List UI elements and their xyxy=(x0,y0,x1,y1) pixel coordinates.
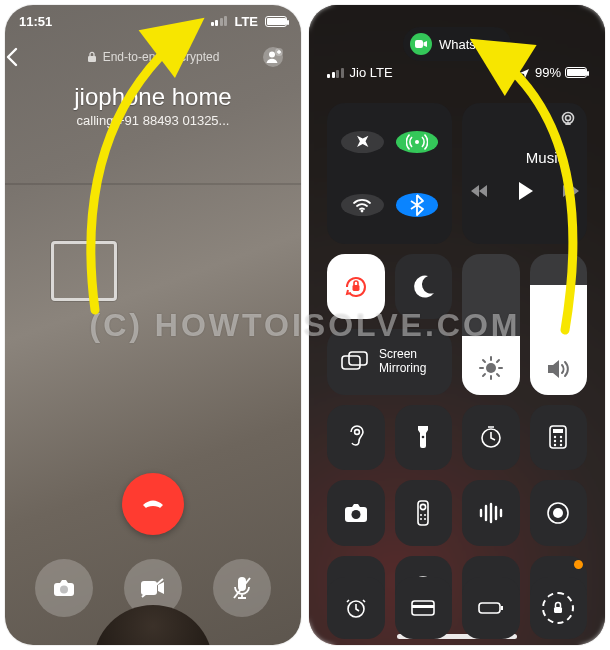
rotation-lock-icon xyxy=(341,272,371,302)
screen-record-button[interactable] xyxy=(530,480,588,545)
svg-point-35 xyxy=(554,440,556,442)
svg-rect-32 xyxy=(553,429,563,433)
badge-dot xyxy=(574,560,583,569)
airplane-button[interactable] xyxy=(341,131,384,153)
status-bar: 11:51 LTE xyxy=(5,11,301,31)
svg-line-25 xyxy=(497,360,499,362)
video-active-icon xyxy=(410,33,432,55)
camera-icon xyxy=(51,575,77,601)
svg-point-40 xyxy=(351,510,360,519)
bluetooth-button[interactable] xyxy=(396,193,439,217)
alarm-icon xyxy=(344,596,368,620)
svg-line-22 xyxy=(483,360,485,362)
camera-toggle-button[interactable] xyxy=(35,559,93,617)
svg-rect-66 xyxy=(501,606,503,610)
svg-rect-10 xyxy=(415,40,423,48)
svg-point-46 xyxy=(424,518,426,520)
svg-point-36 xyxy=(560,440,562,442)
status-time: 11:51 xyxy=(19,14,52,29)
svg-rect-26 xyxy=(342,356,360,369)
antenna-icon xyxy=(406,131,428,153)
low-power-button[interactable] xyxy=(462,577,520,639)
alarm-button[interactable] xyxy=(327,577,385,639)
timer-button[interactable] xyxy=(462,405,520,470)
add-participant-icon[interactable] xyxy=(261,45,301,69)
svg-point-43 xyxy=(420,514,422,516)
wifi-button[interactable] xyxy=(341,194,384,216)
svg-point-29 xyxy=(422,436,425,439)
calculator-icon xyxy=(548,424,568,450)
alarm-icon xyxy=(501,66,515,80)
svg-rect-27 xyxy=(349,352,367,365)
cellular-button[interactable] xyxy=(396,131,439,153)
connectivity-group xyxy=(327,103,452,244)
svg-rect-0 xyxy=(88,56,96,62)
soundbars-icon xyxy=(477,502,505,524)
lock-icon xyxy=(87,51,97,63)
active-app-pill[interactable]: WhatsApp xyxy=(403,27,511,61)
svg-point-17 xyxy=(486,363,496,373)
watermark: (C) HOWTOISOLVE.COM xyxy=(0,307,610,344)
active-app-label: WhatsApp xyxy=(439,37,499,52)
lock-dashed-icon xyxy=(542,592,574,624)
camera-button[interactable] xyxy=(327,480,385,545)
airplay-icon xyxy=(559,111,577,127)
hearing-icon xyxy=(344,423,368,451)
music-title: Music xyxy=(526,145,587,166)
call-name: jiophone home xyxy=(5,83,301,111)
svg-rect-67 xyxy=(554,607,562,613)
svg-line-24 xyxy=(483,374,485,376)
wallet-button[interactable] xyxy=(395,577,453,639)
svg-rect-6 xyxy=(141,581,157,595)
sound-recognition-button[interactable] xyxy=(462,480,520,545)
cc-battery-label: 99% xyxy=(535,65,561,80)
svg-rect-65 xyxy=(479,603,500,613)
wifi-icon xyxy=(351,194,373,216)
back-icon[interactable] xyxy=(5,47,45,67)
svg-point-15 xyxy=(566,116,571,121)
svg-line-23 xyxy=(497,374,499,376)
battery-icon xyxy=(265,16,287,27)
svg-point-33 xyxy=(554,436,556,438)
music-tile[interactable]: Music xyxy=(462,103,587,244)
hearing-button[interactable] xyxy=(327,405,385,470)
svg-point-42 xyxy=(421,504,426,509)
remote-button[interactable] xyxy=(395,480,453,545)
svg-point-2 xyxy=(269,52,275,58)
calculator-button[interactable] xyxy=(530,405,588,470)
call-status: calling +91 88493 01325... xyxy=(5,113,301,128)
screen-mirroring-label: Screen Mirroring xyxy=(379,348,426,376)
hangup-button[interactable] xyxy=(122,473,184,535)
svg-point-37 xyxy=(554,444,556,446)
play-icon[interactable] xyxy=(515,180,535,202)
svg-point-53 xyxy=(553,508,563,518)
svg-point-34 xyxy=(560,436,562,438)
bluetooth-icon xyxy=(407,193,427,217)
rotation-lock-button[interactable] xyxy=(530,577,588,639)
volume-icon xyxy=(545,357,571,381)
svg-rect-16 xyxy=(352,285,359,291)
svg-point-12 xyxy=(415,140,419,144)
brightness-icon xyxy=(478,355,504,381)
cc-carrier: Jio LTE xyxy=(350,65,393,80)
svg-point-38 xyxy=(560,444,562,446)
encryption-label: End-to-end Encrypted xyxy=(45,50,261,64)
mirror-icon xyxy=(341,351,369,373)
status-carrier: LTE xyxy=(234,14,258,29)
record-icon xyxy=(545,500,571,526)
svg-point-45 xyxy=(420,518,422,520)
flashlight-button[interactable] xyxy=(395,405,453,470)
battery-icon xyxy=(565,67,587,78)
status-signal: LTE xyxy=(211,14,287,29)
airplane-icon xyxy=(351,131,373,153)
prev-icon[interactable] xyxy=(469,183,489,199)
svg-point-28 xyxy=(354,430,359,435)
flashlight-icon xyxy=(415,423,431,451)
next-icon[interactable] xyxy=(561,183,581,199)
video-off-icon xyxy=(139,576,167,600)
mic-toggle-button[interactable] xyxy=(213,559,271,617)
mic-off-icon xyxy=(231,575,253,601)
svg-point-5 xyxy=(60,586,68,594)
svg-point-13 xyxy=(361,209,364,212)
svg-rect-64 xyxy=(412,605,434,608)
